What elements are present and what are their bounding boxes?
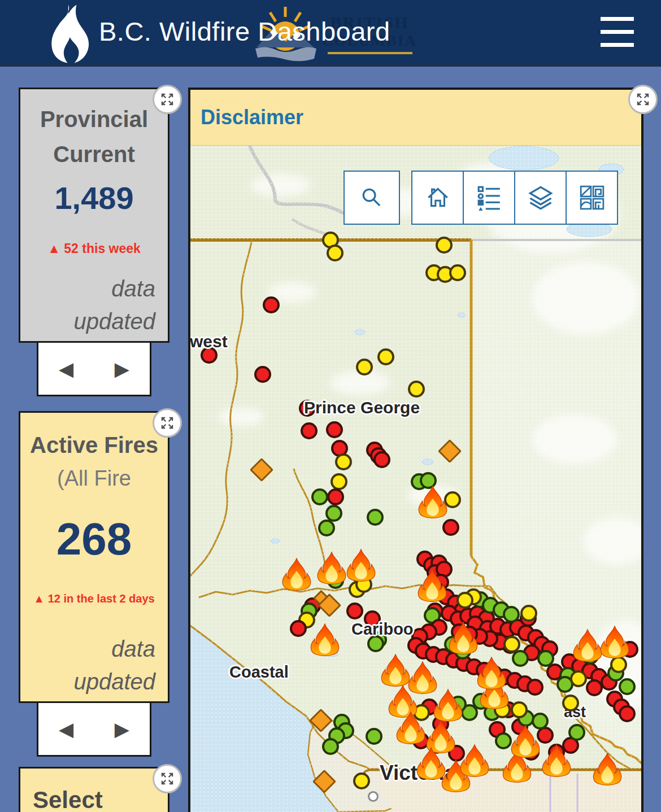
select-card: Select [19, 767, 169, 812]
fire-marker-flame[interactable] [344, 548, 378, 582]
fire-marker-red[interactable] [586, 679, 603, 696]
hamburger-menu-icon[interactable] [601, 17, 634, 49]
expand-icon[interactable] [628, 85, 658, 114]
card-title: Provincial [20, 102, 168, 137]
fire-marker-flame[interactable] [508, 724, 542, 758]
card-subtitle: (All Fire [20, 462, 168, 494]
fire-marker-red[interactable] [619, 705, 636, 722]
map-panel: Disclaimer [188, 88, 643, 812]
card-title: Select [33, 787, 168, 812]
fire-marker-green[interactable] [503, 606, 520, 623]
fire-marker-green[interactable] [311, 488, 328, 505]
fire-marker-flame[interactable] [416, 484, 450, 518]
map-canvas[interactable]: westPrince GeorgeCaribooCoastalVictoriaa… [190, 146, 641, 812]
expand-icon[interactable] [153, 85, 182, 114]
fire-marker-yellow[interactable] [353, 772, 370, 789]
fire-marker-green[interactable] [568, 724, 585, 741]
fire-marker-flame[interactable] [431, 688, 465, 722]
fire-marker-red[interactable] [327, 488, 344, 505]
app-header: BRITISH COLUMBIA B.C. Wildfire Dashboard [0, 0, 661, 67]
stat-delta: ▲ 12 in the last 2 days [20, 592, 168, 605]
home-icon [425, 185, 451, 211]
data-updated-note: data updated [20, 272, 168, 341]
card-pager: ◀ ▶ [37, 343, 151, 396]
fire-marker-yellow[interactable] [335, 453, 352, 470]
card-title: Active Fires [20, 427, 168, 462]
layers-icon [527, 184, 554, 211]
fire-marker-flame[interactable] [446, 621, 480, 654]
basemap-gallery-icon [579, 185, 605, 211]
pager-next-button[interactable]: ▶ [115, 359, 129, 378]
search-icon [358, 184, 385, 211]
fire-marker-green[interactable] [318, 519, 335, 536]
legend-icon [476, 185, 502, 211]
fire-marker-green[interactable] [619, 678, 636, 695]
fire-marker-flame[interactable] [458, 743, 492, 777]
expand-icon[interactable] [153, 764, 182, 793]
fire-marker-red[interactable] [254, 366, 271, 383]
fire-marker-red[interactable] [527, 679, 543, 696]
map-label: west [190, 332, 228, 351]
fire-marker-green[interactable] [322, 738, 339, 755]
fire-marker-yellow[interactable] [503, 636, 520, 653]
fire-marker-yellow[interactable] [330, 473, 347, 490]
fire-marker-flame[interactable] [280, 557, 314, 591]
fire-marker-green[interactable] [512, 650, 529, 667]
map-toolbar [411, 171, 618, 225]
fire-marker-yellow[interactable] [610, 656, 627, 673]
fire-marker-yellow[interactable] [449, 264, 466, 281]
map-banner: Disclaimer [190, 90, 641, 146]
basemap-gallery-button[interactable] [567, 172, 617, 224]
fire-marker-red[interactable] [326, 421, 343, 438]
home-button[interactable] [412, 172, 464, 224]
active-fires-card: Active Fires (All Fire 268 ▲ 12 in the l… [19, 411, 169, 703]
fire-marker-flame[interactable] [394, 710, 428, 744]
stat-delta: ▲ 52 this week [20, 241, 168, 256]
card-pager: ◀ ▶ [37, 703, 151, 757]
fire-marker-green[interactable] [366, 728, 382, 745]
fire-marker-red[interactable] [301, 422, 318, 439]
pager-next-button[interactable]: ▶ [115, 719, 129, 739]
map-label: Prince George [304, 398, 420, 417]
layers-button[interactable] [515, 172, 567, 224]
fire-marker-yellow[interactable] [456, 592, 473, 609]
fire-marker-green[interactable] [367, 509, 384, 526]
fire-marker-flame[interactable] [475, 656, 508, 689]
fire-marker-white[interactable] [368, 791, 379, 802]
fire-marker-green[interactable] [537, 650, 554, 667]
legend-button[interactable] [464, 172, 515, 224]
fire-marker-yellow[interactable] [520, 605, 537, 622]
fire-marker-flame[interactable] [415, 568, 449, 602]
fire-marker-flame[interactable] [590, 752, 624, 785]
bc-logo-gold-bar [328, 52, 412, 54]
fire-marker-yellow[interactable] [562, 695, 579, 711]
map-label: Cariboo [351, 620, 414, 639]
fire-marker-yellow[interactable] [511, 701, 528, 718]
fire-marker-red[interactable] [263, 296, 280, 313]
fire-marker-yellow[interactable] [356, 359, 373, 376]
wildfire-flame-icon [41, 5, 94, 63]
fire-marker-yellow[interactable] [570, 670, 587, 687]
search-button[interactable] [343, 171, 400, 225]
fire-marker-flame[interactable] [540, 743, 573, 777]
bc-wildfire-dashboard: BRITISH COLUMBIA B.C. Wildfire Dashboard… [0, 0, 661, 812]
fire-marker-red[interactable] [290, 620, 307, 637]
fire-marker-red[interactable] [346, 603, 363, 619]
stat-value: 1,489 [20, 180, 168, 216]
pager-prev-button[interactable]: ◀ [59, 719, 73, 739]
fire-marker-flame[interactable] [315, 551, 349, 584]
fire-marker-red[interactable] [442, 519, 459, 536]
expand-icon[interactable] [153, 408, 182, 438]
fire-marker-flame[interactable] [598, 625, 632, 658]
fire-marker-yellow[interactable] [408, 381, 425, 398]
fire-marker-yellow[interactable] [436, 237, 453, 254]
card-title: Current [20, 137, 168, 172]
fire-marker-red[interactable] [373, 451, 390, 468]
pager-prev-button[interactable]: ◀ [59, 359, 73, 378]
fire-marker-yellow[interactable] [327, 245, 343, 261]
fire-marker-flame[interactable] [308, 622, 342, 656]
fire-marker-yellow[interactable] [377, 348, 394, 365]
stat-value: 268 [20, 513, 168, 565]
provincial-current-card: Provincial Current 1,489 ▲ 52 this week … [19, 88, 169, 343]
data-updated-note: data updated [20, 632, 168, 701]
